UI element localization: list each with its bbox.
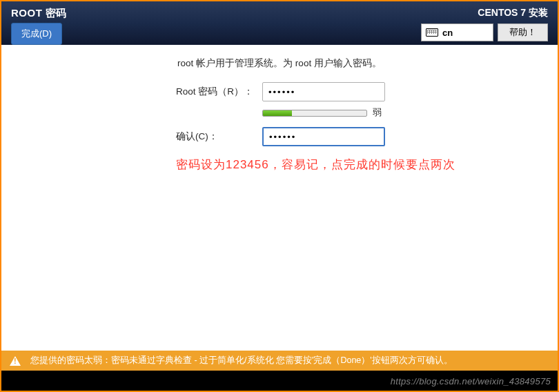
header-controls: cn 帮助！ <box>421 23 548 41</box>
help-button[interactable]: 帮助！ <box>498 23 548 41</box>
warning-icon <box>10 356 21 366</box>
header-right: CENTOS 7 安装 cn 帮助！ <box>421 7 548 41</box>
header-bar: ROOT 密码 完成(D) CENTOS 7 安装 cn 帮助！ <box>1 1 558 45</box>
installer-title: CENTOS 7 安装 <box>478 7 548 19</box>
confirm-password-row: 确认(C)： <box>1 127 558 146</box>
warning-bar: 您提供的密码太弱：密码未通过字典检查 - 过于简单化/系统化 您需要按'完成（D… <box>1 351 558 371</box>
confirm-password-label: 确认(C)： <box>176 130 262 143</box>
root-password-input[interactable] <box>262 82 385 101</box>
instruction-text: root 帐户用于管理系统。为 root 用户输入密码。 <box>1 57 558 70</box>
root-password-label: Root 密码（R）： <box>176 86 262 98</box>
password-strength-bar <box>262 110 367 117</box>
watermark: https://blog.csdn.net/weixin_43849575 <box>391 376 551 386</box>
keyboard-icon <box>426 28 438 37</box>
content-area: root 帐户用于管理系统。为 root 用户输入密码。 Root 密码（R）：… <box>1 45 558 371</box>
confirm-password-input[interactable] <box>262 127 385 146</box>
keyboard-layout-text: cn <box>442 28 453 38</box>
warning-text: 您提供的密码太弱：密码未通过字典检查 - 过于简单化/系统化 您需要按'完成（D… <box>30 355 453 366</box>
keyboard-layout-indicator[interactable]: cn <box>421 23 493 41</box>
password-strength-row: 弱 <box>1 107 558 119</box>
password-strength-fill <box>263 110 292 116</box>
root-password-row: Root 密码（R）： <box>1 82 558 101</box>
done-button[interactable]: 完成(D) <box>11 23 62 45</box>
header-left: ROOT 密码 完成(D) <box>11 7 67 45</box>
annotation-text: 密码设为123456，容易记，点完成的时候要点两次 <box>176 157 455 173</box>
password-strength-text: 弱 <box>373 107 382 119</box>
page-title: ROOT 密码 <box>11 7 67 20</box>
